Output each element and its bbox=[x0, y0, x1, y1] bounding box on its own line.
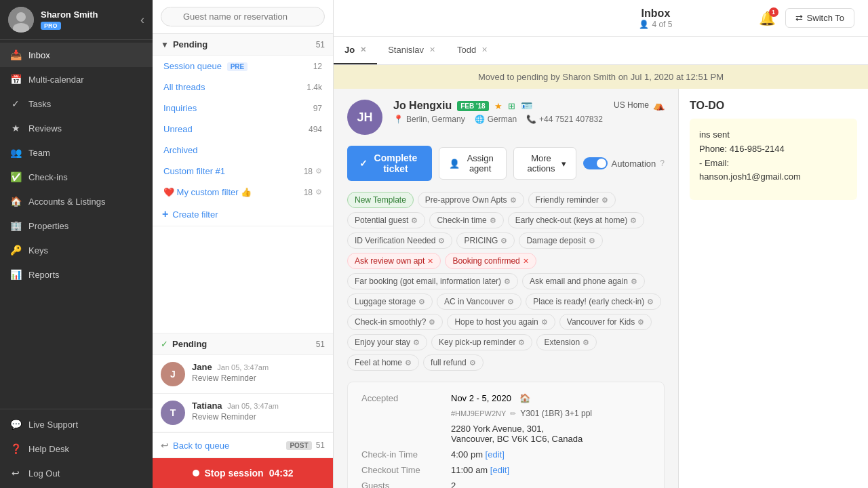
gear-icon[interactable]: ⚙ bbox=[500, 237, 507, 245]
gear-icon[interactable]: ⚙ bbox=[601, 196, 608, 205]
help-icon[interactable]: ? bbox=[660, 159, 665, 168]
checkout-edit-link[interactable]: [edit] bbox=[490, 465, 509, 475]
tab-todd[interactable]: Todd ✕ bbox=[446, 37, 498, 64]
filter-item-inquiries[interactable]: Inquiries 97 bbox=[153, 98, 333, 119]
tag-ac-vancouver[interactable]: AC in Vancouver ⚙ bbox=[437, 293, 521, 310]
tag-friendly-reminder[interactable]: Friendly reminder ⚙ bbox=[528, 192, 616, 208]
gear-icon[interactable]: ⚙ bbox=[541, 318, 548, 327]
sidebar-bottom: 💬 Live Support ❓ Help Desk ↩ Log Out bbox=[0, 409, 153, 488]
tag-new-template[interactable]: New Template bbox=[347, 192, 414, 208]
list-item[interactable]: J Jane Jan 05, 3:47am Review Reminder bbox=[153, 355, 333, 394]
filter-item-custom1[interactable]: Custom filter #1 18 ⚙ bbox=[153, 161, 333, 182]
tab-jo[interactable]: Jo ✕ bbox=[334, 37, 377, 64]
gear-icon[interactable]: ⚙ bbox=[583, 338, 589, 347]
gear-icon[interactable]: ⚙ bbox=[429, 318, 435, 327]
x-icon[interactable]: ✕ bbox=[427, 257, 433, 266]
gear-icon[interactable]: ⚙ bbox=[507, 298, 514, 306]
gear-icon[interactable]: ⚙ bbox=[504, 277, 511, 286]
tag-potential-guest[interactable]: Potential guest ⚙ bbox=[347, 212, 425, 228]
filter-item-my-custom[interactable]: ❤️ My custom filter 👍 18 ⚙ bbox=[153, 182, 333, 203]
sidebar-item-team[interactable]: 👥 Team bbox=[0, 140, 153, 165]
checkin-edit-link[interactable]: [edit] bbox=[486, 449, 505, 460]
gear-icon[interactable]: ⚙ bbox=[438, 237, 445, 245]
notification-button[interactable]: 🔔 1 bbox=[759, 10, 776, 26]
close-tab-icon[interactable]: ✕ bbox=[481, 45, 488, 54]
tag-pricing[interactable]: PRICING ⚙ bbox=[456, 232, 515, 249]
tag-id-verification[interactable]: ID Verification Needed ⚙ bbox=[347, 232, 452, 249]
back-to-queue-button[interactable]: ↩ Back to queue POST 51 bbox=[153, 432, 333, 458]
gear-icon[interactable]: ⚙ bbox=[469, 359, 476, 367]
sidebar-item-log-out[interactable]: ↩ Log Out bbox=[0, 461, 153, 485]
tags-grid: New Template Pre-approve Own Apts ⚙ Frie… bbox=[347, 192, 665, 371]
close-tab-icon[interactable]: ✕ bbox=[360, 45, 366, 54]
search-input[interactable] bbox=[161, 7, 325, 26]
gear-icon[interactable]: ⚙ bbox=[490, 216, 496, 225]
sidebar-item-multi-calendar[interactable]: 📅 Multi-calendar bbox=[0, 67, 153, 92]
tag-check-in-smoothly[interactable]: Check-in smoothly? ⚙ bbox=[347, 314, 443, 330]
tag-early-checkout[interactable]: Early check-out (keys at home) ⚙ bbox=[508, 212, 644, 228]
complete-ticket-button[interactable]: ✓ Complete ticket bbox=[347, 146, 432, 181]
gear-icon[interactable]: ⚙ bbox=[418, 298, 425, 306]
sidebar-item-help-desk[interactable]: ❓ Help Desk bbox=[0, 436, 153, 461]
tag-hope-host[interactable]: Hope to host you again ⚙ bbox=[447, 314, 555, 330]
x-icon[interactable]: ✕ bbox=[523, 257, 529, 266]
sidebar-item-reviews[interactable]: ★ Reviews bbox=[0, 116, 153, 140]
reviews-icon: ★ bbox=[9, 123, 22, 134]
tag-damage-deposit[interactable]: Damage deposit ⚙ bbox=[519, 232, 602, 249]
tag-pre-approve[interactable]: Pre-approve Own Apts ⚙ bbox=[418, 192, 524, 208]
tag-place-ready[interactable]: Place is ready! (early check-in) ⚙ bbox=[526, 293, 661, 310]
gear-icon[interactable]: ⚙ bbox=[647, 298, 654, 306]
sidebar-item-properties[interactable]: 🏢 Properties bbox=[0, 214, 153, 238]
gear-icon[interactable]: ⚙ bbox=[510, 196, 517, 205]
stop-session-button[interactable]: Stop session 04:32 bbox=[153, 458, 333, 488]
list-item[interactable]: T Tatiana Jan 05, 3:47am Review Reminder bbox=[153, 394, 333, 432]
automation-toggle-switch[interactable] bbox=[583, 157, 608, 169]
tag-label: Damage deposit bbox=[526, 236, 585, 245]
assign-agent-button[interactable]: 👤 Assign agent bbox=[439, 147, 507, 180]
accepted-value: Nov 2 - 5, 2020 🏠 bbox=[451, 393, 650, 403]
sidebar-item-accounts-listings[interactable]: 🏠 Accounts & Listings bbox=[0, 189, 153, 214]
filter-item-session-queue[interactable]: Session queue PRE 12 bbox=[153, 56, 333, 77]
sidebar-item-keys[interactable]: 🔑 Keys bbox=[0, 238, 153, 262]
pending-section-count: 51 bbox=[316, 340, 325, 349]
gear-icon[interactable]: ⚙ bbox=[413, 338, 420, 347]
tag-full-refund[interactable]: full refund ⚙ bbox=[423, 354, 484, 371]
gear-icon[interactable]: ⚙ bbox=[315, 167, 322, 176]
tab-stanislav[interactable]: Stanislav ✕ bbox=[377, 37, 446, 64]
filter-item-unread[interactable]: Unread 494 bbox=[153, 119, 333, 140]
user-details: Jo Hengxiu FEB '18 ★ ⊞ 🪪 📍 Berlin, Germa… bbox=[393, 100, 603, 124]
close-tab-icon[interactable]: ✕ bbox=[429, 45, 435, 54]
gear-icon[interactable]: ⚙ bbox=[315, 188, 322, 197]
sidebar-item-live-support[interactable]: 💬 Live Support bbox=[0, 412, 153, 436]
filter-item-archived[interactable]: Archived bbox=[153, 140, 333, 161]
sidebar-item-inbox[interactable]: 📥 Inbox bbox=[0, 43, 153, 67]
gear-icon[interactable]: ⚙ bbox=[411, 216, 418, 225]
tag-far-booking[interactable]: Far booking (got email, information late… bbox=[347, 273, 518, 289]
more-actions-button[interactable]: More actions ▾ bbox=[513, 147, 576, 180]
todo-card[interactable]: ins sent Phone: 416-985-2144 - Email: ha… bbox=[690, 119, 857, 200]
tag-key-pickup[interactable]: Key pick-up reminder ⚙ bbox=[431, 334, 532, 350]
gear-icon[interactable]: ⚙ bbox=[637, 318, 644, 327]
sidebar-item-tasks[interactable]: ✓ Tasks bbox=[0, 92, 153, 116]
tag-booking-confirmed[interactable]: Booking confirmed ✕ bbox=[445, 253, 536, 269]
tag-ask-email-phone[interactable]: Ask email and phone again ⚙ bbox=[522, 273, 645, 289]
sidebar-item-check-ins[interactable]: ✅ Check-ins bbox=[0, 165, 153, 189]
filter-item-all-threads[interactable]: All threads 1.4k bbox=[153, 77, 333, 98]
tag-vancouver-kids[interactable]: Vancouver for Kids ⚙ bbox=[559, 314, 652, 330]
tag-enjoy-stay[interactable]: Enjoy your stay ⚙ bbox=[347, 334, 427, 350]
tag-ask-review[interactable]: Ask review own apt ✕ bbox=[347, 253, 441, 269]
gear-icon[interactable]: ⚙ bbox=[589, 237, 595, 245]
switch-to-button[interactable]: ⇄ Switch To bbox=[785, 8, 854, 28]
gear-icon[interactable]: ⚙ bbox=[631, 277, 637, 286]
tag-extension[interactable]: Extension ⚙ bbox=[536, 334, 597, 350]
user-info: Sharon Smith PRO bbox=[41, 9, 134, 30]
gear-icon[interactable]: ⚙ bbox=[518, 338, 525, 347]
gear-icon[interactable]: ⚙ bbox=[405, 359, 412, 367]
sidebar-item-reports[interactable]: 📊 Reports bbox=[0, 262, 153, 287]
tag-check-in-time[interactable]: Check-in time ⚙ bbox=[429, 212, 503, 228]
tag-luggage-storage[interactable]: Luggage storage ⚙ bbox=[347, 293, 433, 310]
create-filter-button[interactable]: + Create filter bbox=[153, 203, 333, 226]
gear-icon[interactable]: ⚙ bbox=[630, 216, 637, 225]
collapse-button[interactable]: ‹ bbox=[140, 13, 144, 27]
tag-feel-at-home[interactable]: Feel at home ⚙ bbox=[347, 354, 419, 371]
